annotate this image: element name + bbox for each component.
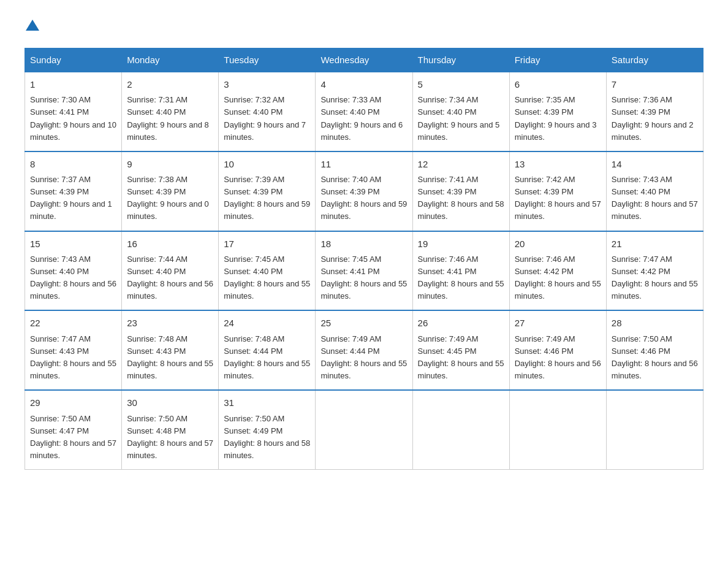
sunrise-label: Sunrise: 7:49 AM	[515, 334, 575, 343]
sunrise-label: Sunrise: 7:43 AM	[30, 255, 91, 264]
daylight-label: Daylight: 8 hours and 57 minutes.	[30, 439, 116, 460]
daylight-label: Daylight: 8 hours and 56 minutes.	[127, 279, 213, 301]
daylight-label: Daylight: 8 hours and 55 minutes.	[320, 359, 407, 380]
calendar-week-row: 15 Sunrise: 7:43 AM Sunset: 4:40 PM Dayl…	[25, 231, 703, 311]
day-number: 19	[418, 237, 504, 251]
sunset-label: Sunset: 4:46 PM	[515, 347, 574, 356]
calendar-day-cell: 31 Sunrise: 7:50 AM Sunset: 4:49 PM Dayl…	[219, 390, 316, 469]
daylight-label: Daylight: 8 hours and 58 minutes.	[418, 199, 504, 221]
logo	[25, 18, 39, 36]
sunset-label: Sunset: 4:39 PM	[515, 187, 574, 196]
calendar-table: SundayMondayTuesdayWednesdayThursdayFrid…	[25, 48, 703, 470]
sunset-label: Sunset: 4:42 PM	[515, 267, 574, 276]
calendar-day-cell: 2 Sunrise: 7:31 AM Sunset: 4:40 PM Dayli…	[122, 72, 219, 151]
calendar-day-cell: 17 Sunrise: 7:45 AM Sunset: 4:40 PM Dayl…	[219, 231, 316, 311]
calendar-day-cell: 18 Sunrise: 7:45 AM Sunset: 4:41 PM Dayl…	[316, 231, 412, 311]
day-number: 21	[612, 237, 698, 251]
day-number: 18	[320, 237, 407, 251]
sunset-label: Sunset: 4:44 PM	[320, 347, 379, 356]
calendar-day-cell: 12 Sunrise: 7:41 AM Sunset: 4:39 PM Dayl…	[412, 151, 509, 231]
day-number: 9	[127, 157, 213, 171]
day-number: 17	[224, 237, 310, 251]
calendar-day-cell: 13 Sunrise: 7:42 AM Sunset: 4:39 PM Dayl…	[509, 151, 606, 231]
calendar-week-row: 22 Sunrise: 7:47 AM Sunset: 4:43 PM Dayl…	[25, 310, 703, 390]
column-header-saturday: Saturday	[606, 48, 703, 72]
sunrise-label: Sunrise: 7:45 AM	[224, 255, 284, 264]
sunset-label: Sunset: 4:41 PM	[418, 267, 477, 276]
sunset-label: Sunset: 4:41 PM	[30, 107, 89, 117]
sunset-label: Sunset: 4:39 PM	[612, 107, 670, 117]
day-number: 5	[418, 77, 504, 91]
sunset-label: Sunset: 4:44 PM	[224, 347, 282, 356]
empty-cell	[412, 390, 509, 469]
sunrise-label: Sunrise: 7:39 AM	[224, 175, 284, 184]
day-number: 4	[320, 77, 407, 91]
day-number: 26	[418, 316, 504, 330]
day-number: 30	[127, 396, 213, 410]
daylight-label: Daylight: 8 hours and 55 minutes.	[418, 359, 504, 380]
sunrise-label: Sunrise: 7:49 AM	[320, 334, 381, 343]
daylight-label: Daylight: 9 hours and 1 minute.	[30, 199, 112, 221]
daylight-label: Daylight: 8 hours and 57 minutes.	[127, 439, 213, 460]
daylight-label: Daylight: 8 hours and 56 minutes.	[515, 359, 601, 380]
daylight-label: Daylight: 8 hours and 55 minutes.	[127, 359, 213, 380]
daylight-label: Daylight: 9 hours and 8 minutes.	[127, 120, 209, 142]
sunset-label: Sunset: 4:48 PM	[127, 426, 186, 435]
page-header	[25, 18, 703, 36]
sunrise-label: Sunrise: 7:50 AM	[127, 414, 188, 423]
calendar-day-cell: 14 Sunrise: 7:43 AM Sunset: 4:40 PM Dayl…	[606, 151, 703, 231]
column-header-wednesday: Wednesday	[316, 48, 412, 72]
sunset-label: Sunset: 4:45 PM	[418, 347, 477, 356]
calendar-day-cell: 26 Sunrise: 7:49 AM Sunset: 4:45 PM Dayl…	[412, 310, 509, 390]
daylight-label: Daylight: 8 hours and 56 minutes.	[612, 359, 698, 380]
calendar-day-cell: 15 Sunrise: 7:43 AM Sunset: 4:40 PM Dayl…	[25, 231, 122, 311]
daylight-label: Daylight: 8 hours and 58 minutes.	[224, 439, 310, 460]
day-number: 31	[224, 396, 310, 410]
calendar-day-cell: 10 Sunrise: 7:39 AM Sunset: 4:39 PM Dayl…	[219, 151, 316, 231]
day-number: 3	[224, 77, 310, 91]
day-number: 10	[224, 157, 310, 171]
calendar-day-cell: 30 Sunrise: 7:50 AM Sunset: 4:48 PM Dayl…	[122, 390, 219, 469]
sunset-label: Sunset: 4:40 PM	[224, 107, 282, 117]
calendar-day-cell: 22 Sunrise: 7:47 AM Sunset: 4:43 PM Dayl…	[25, 310, 122, 390]
sunrise-label: Sunrise: 7:38 AM	[127, 175, 188, 184]
empty-cell	[316, 390, 412, 469]
day-number: 29	[30, 396, 116, 410]
sunrise-label: Sunrise: 7:32 AM	[224, 95, 284, 104]
day-number: 15	[30, 237, 116, 251]
calendar-day-cell: 27 Sunrise: 7:49 AM Sunset: 4:46 PM Dayl…	[509, 310, 606, 390]
day-number: 1	[30, 77, 116, 91]
column-header-monday: Monday	[122, 48, 219, 72]
calendar-day-cell: 6 Sunrise: 7:35 AM Sunset: 4:39 PM Dayli…	[509, 72, 606, 151]
sunrise-label: Sunrise: 7:48 AM	[224, 334, 284, 343]
sunrise-label: Sunrise: 7:33 AM	[320, 95, 381, 104]
calendar-day-cell: 28 Sunrise: 7:50 AM Sunset: 4:46 PM Dayl…	[606, 310, 703, 390]
sunset-label: Sunset: 4:49 PM	[224, 426, 282, 435]
calendar-header-row: SundayMondayTuesdayWednesdayThursdayFrid…	[25, 48, 703, 72]
sunrise-label: Sunrise: 7:50 AM	[612, 334, 672, 343]
empty-cell	[509, 390, 606, 469]
sunset-label: Sunset: 4:40 PM	[127, 107, 186, 117]
logo-triangle-icon	[26, 20, 39, 31]
sunset-label: Sunset: 4:43 PM	[127, 347, 186, 356]
sunset-label: Sunset: 4:39 PM	[224, 187, 282, 196]
column-header-thursday: Thursday	[412, 48, 509, 72]
sunset-label: Sunset: 4:39 PM	[30, 187, 89, 196]
day-number: 16	[127, 237, 213, 251]
daylight-label: Daylight: 8 hours and 59 minutes.	[224, 199, 310, 221]
sunrise-label: Sunrise: 7:49 AM	[418, 334, 479, 343]
calendar-day-cell: 4 Sunrise: 7:33 AM Sunset: 4:40 PM Dayli…	[316, 72, 412, 151]
day-number: 2	[127, 77, 213, 91]
calendar-day-cell: 3 Sunrise: 7:32 AM Sunset: 4:40 PM Dayli…	[219, 72, 316, 151]
daylight-label: Daylight: 8 hours and 55 minutes.	[418, 279, 504, 301]
svg-marker-0	[26, 20, 39, 31]
sunset-label: Sunset: 4:39 PM	[515, 107, 574, 117]
sunset-label: Sunset: 4:42 PM	[612, 267, 670, 276]
daylight-label: Daylight: 8 hours and 55 minutes.	[612, 279, 698, 301]
day-number: 8	[30, 157, 116, 171]
day-number: 23	[127, 316, 213, 330]
daylight-label: Daylight: 8 hours and 55 minutes.	[30, 359, 116, 380]
daylight-label: Daylight: 8 hours and 57 minutes.	[612, 199, 698, 221]
day-number: 13	[515, 157, 601, 171]
daylight-label: Daylight: 9 hours and 2 minutes.	[612, 120, 694, 142]
